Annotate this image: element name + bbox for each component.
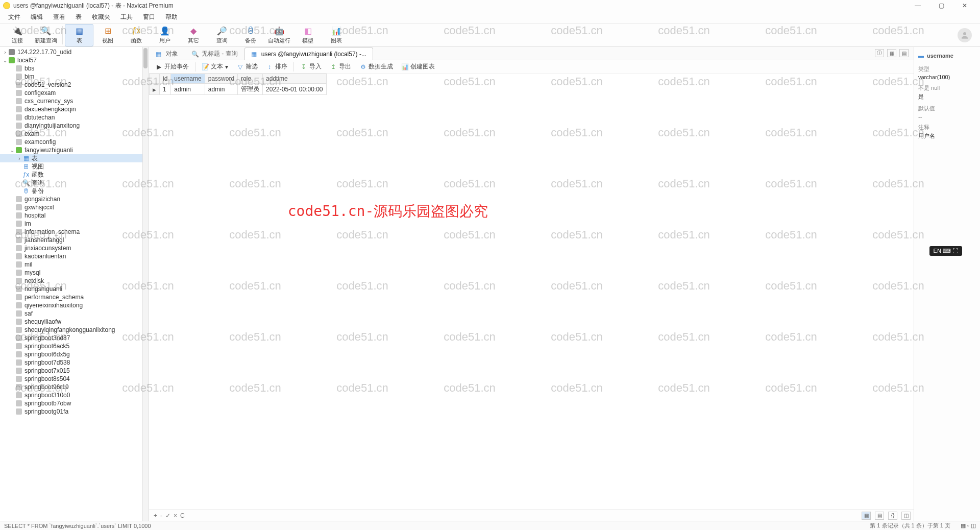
tree-item[interactable]: mil xyxy=(0,260,142,269)
json-view-button[interactable]: {} xyxy=(888,512,897,520)
user-avatar[interactable] xyxy=(958,28,972,42)
cell-password[interactable]: admin xyxy=(205,84,237,95)
tool-query[interactable]: 🔍新建查询 xyxy=(32,24,60,46)
tree-item[interactable]: springboot8s504 xyxy=(0,375,142,383)
col-password[interactable]: password xyxy=(205,74,237,84)
tree-item[interactable]: gongsizichan xyxy=(0,195,142,203)
grid-icon[interactable]: ▦ xyxy=(887,49,896,57)
tree-item[interactable]: springboot96r19 xyxy=(0,383,142,391)
menu-5[interactable]: 工具 xyxy=(115,13,138,21)
tree-item[interactable]: dbtutechan xyxy=(0,113,142,122)
connection-tree[interactable]: ›124.222.17.70_udid⌄local57bbsbimcode51_… xyxy=(0,47,143,521)
tree-item[interactable]: qiyeneixinxihauxitong xyxy=(0,301,142,309)
tool-chart[interactable]: 📊图表 xyxy=(322,24,351,46)
tree-item[interactable]: cxs_currency_sys xyxy=(0,97,142,105)
sort-button[interactable]: ↕排序 xyxy=(263,61,290,72)
tree-item[interactable]: springboot3nd87 xyxy=(0,334,142,342)
nav-C[interactable]: C xyxy=(179,512,186,519)
col-id[interactable]: id xyxy=(160,74,171,84)
nav-+[interactable]: + xyxy=(152,512,159,519)
more-view-button[interactable]: ◫ xyxy=(901,512,911,520)
cell-role[interactable]: 管理员 xyxy=(238,84,263,95)
tree-item[interactable]: ›124.222.17.70_udid xyxy=(0,48,142,56)
tree-item[interactable]: saf xyxy=(0,309,142,318)
tree-item[interactable]: 🔍查询 xyxy=(0,179,142,187)
tree-item[interactable]: jianshenfanggl xyxy=(0,236,142,244)
col-role[interactable]: role xyxy=(238,74,263,84)
tool-backup[interactable]: 🛢备份 xyxy=(236,24,265,46)
tree-item[interactable]: hospital xyxy=(0,211,142,220)
tree-item[interactable]: code51_version2 xyxy=(0,81,142,89)
tool-user[interactable]: 👤用户 xyxy=(151,24,179,46)
sidebar-scrollbar[interactable] xyxy=(143,47,149,521)
data-gen-button[interactable]: ⚙数据生成 xyxy=(356,61,396,72)
filter-button[interactable]: ▽筛选 xyxy=(233,61,261,72)
tree-item[interactable]: shequyiqingfangkongguanlixitong xyxy=(0,326,142,334)
tree-item[interactable]: 🛢备份 xyxy=(0,187,142,195)
maximize-button[interactable]: ▢ xyxy=(934,2,948,9)
close-button[interactable]: ✕ xyxy=(958,2,972,9)
tool-model[interactable]: ◧模型 xyxy=(293,24,322,46)
tree-item[interactable]: bim xyxy=(0,73,142,81)
tool-auto[interactable]: 🤖自动运行 xyxy=(265,24,293,46)
tool-view[interactable]: ⊞视图 xyxy=(93,24,122,46)
menu-6[interactable]: 窗口 xyxy=(138,13,160,21)
list-icon[interactable]: ▤ xyxy=(899,49,909,57)
tree-item[interactable]: bbs xyxy=(0,64,142,73)
nav--[interactable]: - xyxy=(159,512,164,519)
tree-item[interactable]: netdisk xyxy=(0,277,142,285)
tree-item[interactable]: daxueshengkaoqin xyxy=(0,105,142,113)
menu-7[interactable]: 帮助 xyxy=(160,13,183,21)
minimize-button[interactable]: — xyxy=(911,2,925,9)
tool-other[interactable]: ◆其它 xyxy=(179,24,208,46)
tree-item[interactable]: jinxiaocunsystem xyxy=(0,244,142,252)
menu-3[interactable]: 表 xyxy=(70,13,87,21)
text-button[interactable]: 📝文本 ▾ xyxy=(199,61,231,72)
ime-badge[interactable]: EN ⌨ ⛶ xyxy=(929,246,962,256)
tool-fx[interactable]: ƒx函数 xyxy=(122,24,151,46)
tool-plug[interactable]: 🔌连接 xyxy=(3,24,32,46)
menu-1[interactable]: 编辑 xyxy=(26,13,48,21)
tree-item[interactable]: kaobianluentan xyxy=(0,252,142,260)
tree-item[interactable]: ƒx函数 xyxy=(0,171,142,179)
cell-username[interactable]: admin xyxy=(171,84,205,95)
tree-item[interactable]: examconfig xyxy=(0,138,142,146)
col-username[interactable]: username xyxy=(171,74,205,84)
tree-item[interactable]: springbootb7obw xyxy=(0,399,142,407)
tree-item[interactable]: springbootg01fa xyxy=(0,407,142,416)
tool-table[interactable]: ▦表 xyxy=(65,24,93,46)
tree-item[interactable]: ⌄local57 xyxy=(0,56,142,64)
tree-item[interactable]: nongshiguanli xyxy=(0,285,142,293)
tree-item[interactable]: springboot6ack5 xyxy=(0,342,142,350)
tree-item[interactable]: springboot6dx5g xyxy=(0,350,142,358)
form-view-button[interactable]: ▤ xyxy=(875,512,884,520)
row-indicator[interactable] xyxy=(150,84,160,95)
tree-item[interactable]: ›▦表 xyxy=(0,154,142,162)
tree-item[interactable]: ⊞视图 xyxy=(0,162,142,171)
import-button[interactable]: ↧导入 xyxy=(297,61,325,72)
tree-item[interactable]: springboot7d538 xyxy=(0,358,142,367)
tree-item[interactable]: configexam xyxy=(0,89,142,97)
menu-4[interactable]: 收藏夹 xyxy=(87,13,115,21)
tree-item[interactable]: shequyiliaofw xyxy=(0,318,142,326)
tab-1[interactable]: 🔍无标题 - 查询 xyxy=(185,47,244,60)
cell-id[interactable]: 1 xyxy=(160,84,171,95)
tab-0[interactable]: ▦对象 xyxy=(149,47,185,60)
tree-item[interactable]: performance_schema xyxy=(0,293,142,301)
tool-search[interactable]: 🔎查询 xyxy=(208,24,236,46)
col-addtime[interactable]: addtime xyxy=(263,74,326,84)
export-button[interactable]: ↥导出 xyxy=(327,61,354,72)
tree-item[interactable]: springboot7x015 xyxy=(0,367,142,375)
tab-2[interactable]: ▦users @fangyiwuzhiguanli (local57) -... xyxy=(244,47,373,60)
nav-×[interactable]: × xyxy=(172,512,179,519)
nav-✓[interactable]: ✓ xyxy=(164,512,172,519)
data-grid[interactable]: idusernamepasswordroleaddtime1adminadmin… xyxy=(149,74,914,510)
begin-transaction-button[interactable]: ▶开始事务 xyxy=(152,61,192,72)
tree-item[interactable]: gxwhsjccxt xyxy=(0,203,142,211)
tree-item[interactable]: mysql xyxy=(0,269,142,277)
tree-item[interactable]: information_schema xyxy=(0,228,142,236)
tree-item[interactable]: exam xyxy=(0,130,142,138)
menu-0[interactable]: 文件 xyxy=(3,13,26,21)
tree-item[interactable]: springboot310o0 xyxy=(0,391,142,399)
create-chart-button[interactable]: 📊创建图表 xyxy=(398,61,438,72)
